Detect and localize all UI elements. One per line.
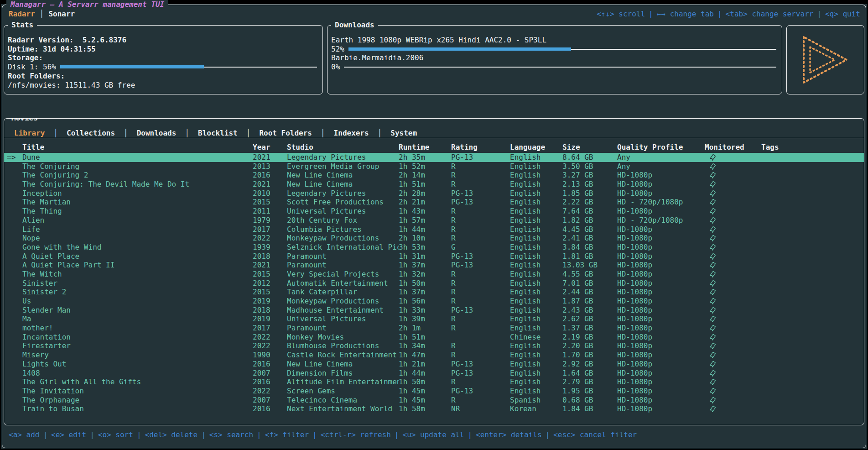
movie-row-life[interactable]: Life2017Columbia Pictures1h 44mREnglish4… (4, 225, 864, 234)
cell: 1h 45m (399, 396, 451, 405)
movie-row-lights-out[interactable]: Lights Out2016New Line Cinema1h 21mPG-13… (4, 360, 864, 369)
tab-divider: │ (373, 129, 387, 137)
movie-row-gone-with-the-wind[interactable]: Gone with the Wind1939Selznick Internati… (4, 243, 864, 252)
managarr-play-logo-icon (796, 31, 855, 88)
cell: Automatik Entertainment (287, 279, 399, 288)
hint-separator: | (253, 430, 265, 439)
movie-row-alien[interactable]: Alien197920th Century Fox1h 57mREnglish1… (4, 216, 864, 225)
movie-row-the-conjuring-the-devil-made-me-do-it[interactable]: The Conjuring: The Devil Made Me Do It20… (4, 180, 864, 189)
monitored-bookmark-icon (709, 181, 716, 188)
monitored-cell (705, 153, 761, 162)
servarr-tab-sonarr[interactable]: Sonarr (45, 10, 78, 18)
selection-indicator (7, 404, 22, 413)
servarr-tab-radarr[interactable]: Radarr (5, 10, 39, 18)
monitored-bookmark-icon (709, 405, 716, 413)
cell: HD-1080p (617, 297, 705, 306)
cell: Lights Out (22, 360, 253, 369)
monitored-cell (705, 306, 761, 315)
cell: English (510, 225, 562, 234)
movie-row-the-invitation[interactable]: The Invitation2022Screen Gems1h 45mPG-13… (4, 387, 864, 396)
movie-row-a-quiet-place[interactable]: A Quiet Place2018Paramount1h 31mPG-13Eng… (4, 252, 864, 261)
monitored-cell (705, 270, 761, 279)
movie-row-1408[interactable]: 14082007Dimension Films1h 44mPG-13Englis… (4, 369, 864, 378)
cell: 7.64 GB (562, 207, 617, 216)
cell: English (510, 360, 562, 369)
cell: R (451, 314, 510, 324)
hint-label: quit (838, 10, 860, 18)
cell: 2016 (253, 377, 287, 387)
hint-label: sort (111, 430, 133, 439)
cell: HD-1080p (617, 171, 705, 180)
cell: New Line Cinema (287, 360, 399, 369)
selection-indicator (7, 234, 22, 243)
movie-row-the-conjuring-2[interactable]: The Conjuring 22016New Line Cinema2h 14m… (4, 171, 864, 180)
movies-tab-root-folders[interactable]: Root Folders (255, 129, 316, 137)
movie-row-nope[interactable]: Nope2022Monkeypaw Productions2h 10mREngl… (4, 234, 864, 243)
selection-indicator (7, 369, 22, 378)
movie-row-us[interactable]: Us2019Monkeypaw Productions1h 56mREnglis… (4, 297, 864, 306)
cell: Telecinco Cinema (287, 396, 399, 405)
movie-row-a-quiet-place-part-ii[interactable]: A Quiet Place Part II2021Paramount1h 37m… (4, 261, 864, 270)
disk-usage-gauge (60, 65, 317, 68)
cell: English (510, 297, 562, 306)
monitored-bookmark-icon (709, 226, 716, 233)
movie-row-incantation[interactable]: Incantation2022Monkey Movies1h 51mChines… (4, 333, 864, 342)
downloads-list: Earth 1998 1080p WEBRip x265 Hindi AAC2.… (327, 26, 782, 72)
movie-row-misery[interactable]: Misery1990Castle Rock Entertainment1h 47… (4, 351, 864, 360)
cell: Next Entertainment World (287, 404, 399, 413)
cell: Spanish (510, 396, 562, 405)
movie-row-the-witch[interactable]: The Witch2015Very Special Projects1h 32m… (4, 270, 864, 279)
movie-row-sinister[interactable]: Sinister2012Automatik Entertainment1h 50… (4, 279, 864, 288)
cell: 1h 43m (399, 207, 451, 216)
cell: Monkeypaw Productions (287, 297, 399, 306)
movie-row-sinister-2[interactable]: Sinister 22015Tank Caterpillar1h 37mREng… (4, 288, 864, 297)
cell: Screen Gems (287, 387, 399, 396)
cell: Train to Busan (22, 404, 253, 413)
movies-tab-system[interactable]: System (387, 129, 421, 137)
monitored-bookmark-icon (709, 288, 716, 296)
movie-row-dune[interactable]: =>Dune2021Legendary Pictures2h 35mPG-13E… (4, 153, 864, 162)
tags-cell (761, 153, 864, 162)
movies-tab-collections[interactable]: Collections (63, 129, 119, 137)
column-header-tags: Tags (761, 143, 864, 153)
movies-tab-library[interactable]: Library (10, 129, 48, 137)
monitored-cell (705, 387, 761, 396)
cell: 2016 (253, 360, 287, 369)
cell: 2015 (253, 270, 287, 279)
cell: HD-1080p (617, 396, 705, 405)
cell: 1h 31m (399, 252, 451, 261)
movie-row-train-to-busan[interactable]: Train to Busan2016Next Entertainment Wor… (4, 404, 864, 413)
movies-panel: Movies Library│Collections│Downloads│Blo… (4, 118, 864, 425)
movie-row-the-orphanage[interactable]: The Orphanage2007Telecinco Cinema1h 45mR… (4, 396, 864, 405)
movie-row-inception[interactable]: Inception2010Legendary Pictures2h 28mPG-… (4, 189, 864, 198)
cell: 2.22 GB (562, 198, 617, 207)
tags-cell (761, 351, 864, 360)
tab-divider: │ (180, 129, 194, 137)
cell: English (510, 306, 562, 315)
gauge-track (344, 67, 776, 68)
movie-row-the-girl-with-all-the-gifts[interactable]: The Girl with All the Gifts2016Altitude … (4, 377, 864, 387)
cell: The Martian (22, 198, 253, 207)
hint-key: <u> (403, 430, 416, 439)
tags-cell (761, 341, 864, 351)
movie-row-the-thing[interactable]: The Thing2011Universal Pictures1h 43mREn… (4, 207, 864, 216)
movie-row-firestarter[interactable]: Firestarter2022Blumhouse Productions1h 3… (4, 341, 864, 351)
cell: 2019 (253, 297, 287, 306)
hint-key: <e> (51, 430, 64, 439)
movies-tab-blocklist[interactable]: Blocklist (194, 129, 241, 137)
cell: 2017 (253, 225, 287, 234)
movie-row-slender-man[interactable]: Slender Man2018Madhouse Entertainment1h … (4, 306, 864, 315)
movie-row-the-martian[interactable]: The Martian2015Scott Free Productions2h … (4, 198, 864, 207)
selection-indicator (7, 306, 22, 315)
movie-row-the-conjuring[interactable]: The Conjuring2013Evergreen Media Group1h… (4, 162, 864, 171)
hint-label: scroll (614, 10, 645, 18)
cell: English (510, 270, 562, 279)
cell: Paramount (287, 261, 399, 270)
movies-tab-downloads[interactable]: Downloads (133, 129, 180, 137)
movie-row-ma[interactable]: Ma2019Universal Pictures1h 39mREnglish2.… (4, 314, 864, 324)
movie-row-mother-[interactable]: mother!2017Paramount2h 1mREnglish1.37 GB… (4, 324, 864, 333)
cell: English (510, 234, 562, 243)
selection-indicator: => (7, 153, 22, 162)
monitored-bookmark-icon (709, 315, 716, 323)
movies-tab-indexers[interactable]: Indexers (330, 129, 373, 137)
